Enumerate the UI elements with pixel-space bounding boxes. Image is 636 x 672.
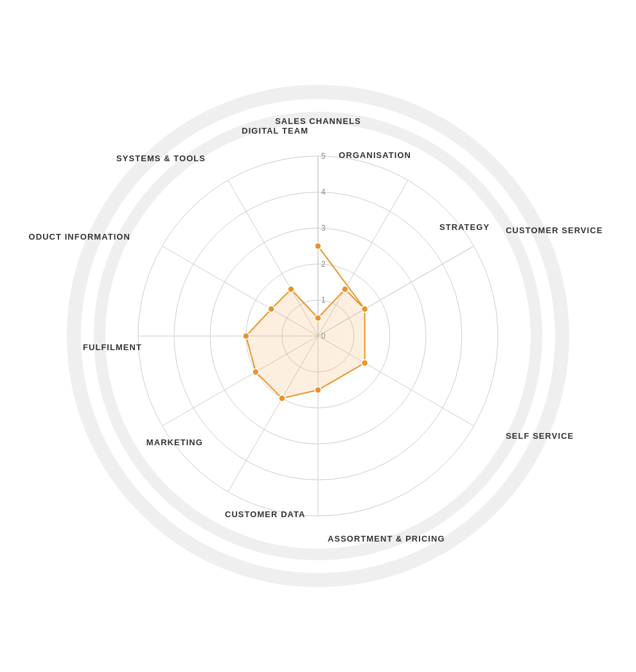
svg-text:MARKETING: MARKETING bbox=[146, 438, 203, 447]
svg-point-36 bbox=[315, 315, 321, 321]
svg-text:ORGANISATION: ORGANISATION bbox=[339, 150, 411, 160]
svg-text:PRODUCT INFORMATION: PRODUCT INFORMATION bbox=[29, 232, 130, 242]
svg-text:CUSTOMER SERVICE: CUSTOMER SERVICE bbox=[506, 225, 603, 235]
svg-text:SALES CHANNELS: SALES CHANNELS bbox=[275, 116, 361, 126]
svg-text:ASSORTMENT & PRICING: ASSORTMENT & PRICING bbox=[328, 534, 445, 544]
svg-point-31 bbox=[279, 395, 285, 402]
svg-text:DIGITAL TEAM: DIGITAL TEAM bbox=[242, 126, 308, 136]
svg-text:4: 4 bbox=[321, 188, 326, 197]
svg-text:3: 3 bbox=[321, 224, 326, 233]
svg-text:SYSTEMS & TOOLS: SYSTEMS & TOOLS bbox=[116, 154, 206, 163]
svg-text:2: 2 bbox=[321, 260, 326, 269]
svg-text:SELF SERVICE: SELF SERVICE bbox=[506, 431, 574, 441]
svg-marker-26 bbox=[246, 246, 365, 398]
svg-text:5: 5 bbox=[321, 152, 326, 161]
svg-point-37 bbox=[342, 286, 348, 292]
svg-point-38 bbox=[362, 306, 368, 312]
svg-text:1: 1 bbox=[321, 296, 326, 305]
svg-point-30 bbox=[315, 387, 321, 393]
svg-point-33 bbox=[243, 333, 249, 339]
svg-text:FULFILMENT: FULFILMENT bbox=[83, 342, 142, 352]
svg-point-35 bbox=[288, 286, 294, 292]
svg-point-32 bbox=[252, 369, 259, 375]
svg-point-27 bbox=[315, 243, 321, 249]
svg-text:CUSTOMER DATA: CUSTOMER DATA bbox=[225, 509, 305, 519]
svg-point-29 bbox=[362, 360, 368, 366]
svg-point-34 bbox=[268, 306, 274, 312]
radar-chart-container: 012345SALES CHANNELSCUSTOMER SERVICESELF… bbox=[29, 47, 607, 625]
svg-text:STRATEGY: STRATEGY bbox=[439, 222, 490, 232]
